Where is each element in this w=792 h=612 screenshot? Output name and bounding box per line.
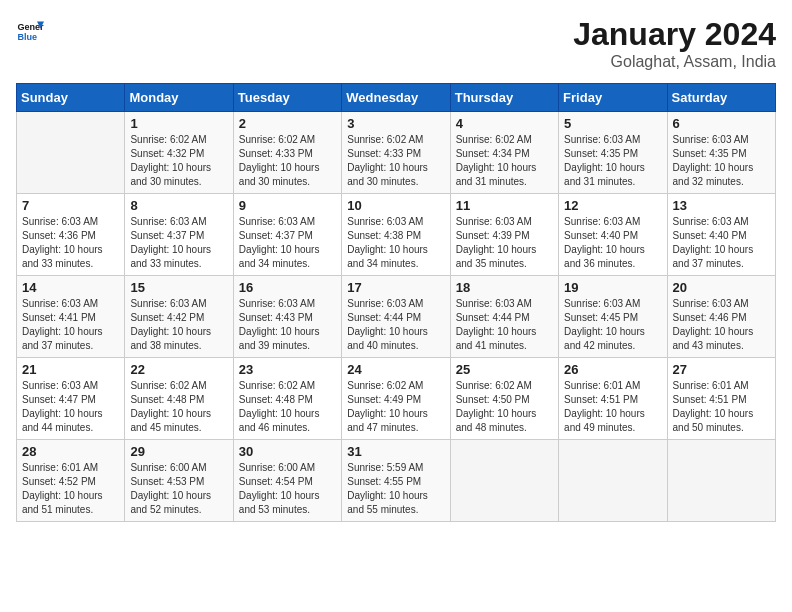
day-info: Sunrise: 6:01 AM Sunset: 4:51 PM Dayligh… [564,379,661,435]
header-tuesday: Tuesday [233,84,341,112]
day-number: 11 [456,198,553,213]
calendar-day: 11Sunrise: 6:03 AM Sunset: 4:39 PM Dayli… [450,194,558,276]
day-info: Sunrise: 6:03 AM Sunset: 4:35 PM Dayligh… [673,133,770,189]
day-number: 31 [347,444,444,459]
calendar-day [667,440,775,522]
day-number: 6 [673,116,770,131]
calendar-title: January 2024 [573,16,776,53]
calendar-subtitle: Golaghat, Assam, India [573,53,776,71]
calendar-day: 4Sunrise: 6:02 AM Sunset: 4:34 PM Daylig… [450,112,558,194]
day-number: 24 [347,362,444,377]
calendar-day: 21Sunrise: 6:03 AM Sunset: 4:47 PM Dayli… [17,358,125,440]
calendar-body: 1Sunrise: 6:02 AM Sunset: 4:32 PM Daylig… [17,112,776,522]
day-info: Sunrise: 6:03 AM Sunset: 4:44 PM Dayligh… [347,297,444,353]
day-info: Sunrise: 6:02 AM Sunset: 4:34 PM Dayligh… [456,133,553,189]
day-info: Sunrise: 6:03 AM Sunset: 4:40 PM Dayligh… [564,215,661,271]
day-info: Sunrise: 6:02 AM Sunset: 4:48 PM Dayligh… [130,379,227,435]
day-number: 12 [564,198,661,213]
day-info: Sunrise: 6:00 AM Sunset: 4:53 PM Dayligh… [130,461,227,517]
day-info: Sunrise: 6:03 AM Sunset: 4:38 PM Dayligh… [347,215,444,271]
calendar-day: 16Sunrise: 6:03 AM Sunset: 4:43 PM Dayli… [233,276,341,358]
calendar-day: 18Sunrise: 6:03 AM Sunset: 4:44 PM Dayli… [450,276,558,358]
day-number: 16 [239,280,336,295]
day-number: 4 [456,116,553,131]
calendar-day: 15Sunrise: 6:03 AM Sunset: 4:42 PM Dayli… [125,276,233,358]
header-saturday: Saturday [667,84,775,112]
calendar-day: 8Sunrise: 6:03 AM Sunset: 4:37 PM Daylig… [125,194,233,276]
calendar-day: 24Sunrise: 6:02 AM Sunset: 4:49 PM Dayli… [342,358,450,440]
calendar-header: Sunday Monday Tuesday Wednesday Thursday… [17,84,776,112]
calendar-table: Sunday Monday Tuesday Wednesday Thursday… [16,83,776,522]
header-monday: Monday [125,84,233,112]
calendar-day: 12Sunrise: 6:03 AM Sunset: 4:40 PM Dayli… [559,194,667,276]
day-number: 14 [22,280,119,295]
header-sunday: Sunday [17,84,125,112]
day-number: 7 [22,198,119,213]
calendar-week-5: 28Sunrise: 6:01 AM Sunset: 4:52 PM Dayli… [17,440,776,522]
day-number: 19 [564,280,661,295]
day-info: Sunrise: 6:03 AM Sunset: 4:41 PM Dayligh… [22,297,119,353]
day-info: Sunrise: 6:01 AM Sunset: 4:52 PM Dayligh… [22,461,119,517]
calendar-day: 17Sunrise: 6:03 AM Sunset: 4:44 PM Dayli… [342,276,450,358]
calendar-day: 7Sunrise: 6:03 AM Sunset: 4:36 PM Daylig… [17,194,125,276]
day-number: 9 [239,198,336,213]
header-friday: Friday [559,84,667,112]
header-wednesday: Wednesday [342,84,450,112]
calendar-day: 26Sunrise: 6:01 AM Sunset: 4:51 PM Dayli… [559,358,667,440]
day-info: Sunrise: 6:03 AM Sunset: 4:44 PM Dayligh… [456,297,553,353]
day-info: Sunrise: 6:03 AM Sunset: 4:36 PM Dayligh… [22,215,119,271]
calendar-day [450,440,558,522]
day-info: Sunrise: 6:03 AM Sunset: 4:45 PM Dayligh… [564,297,661,353]
svg-text:Blue: Blue [17,32,37,42]
day-number: 25 [456,362,553,377]
day-info: Sunrise: 6:03 AM Sunset: 4:39 PM Dayligh… [456,215,553,271]
day-number: 17 [347,280,444,295]
day-number: 22 [130,362,227,377]
calendar-day: 25Sunrise: 6:02 AM Sunset: 4:50 PM Dayli… [450,358,558,440]
calendar-day: 30Sunrise: 6:00 AM Sunset: 4:54 PM Dayli… [233,440,341,522]
header-thursday: Thursday [450,84,558,112]
day-info: Sunrise: 6:01 AM Sunset: 4:51 PM Dayligh… [673,379,770,435]
calendar-day: 2Sunrise: 6:02 AM Sunset: 4:33 PM Daylig… [233,112,341,194]
logo: General Blue General Blue [16,16,44,44]
calendar-day: 20Sunrise: 6:03 AM Sunset: 4:46 PM Dayli… [667,276,775,358]
day-number: 23 [239,362,336,377]
day-info: Sunrise: 6:02 AM Sunset: 4:33 PM Dayligh… [347,133,444,189]
calendar-week-3: 14Sunrise: 6:03 AM Sunset: 4:41 PM Dayli… [17,276,776,358]
day-number: 28 [22,444,119,459]
calendar-day: 3Sunrise: 6:02 AM Sunset: 4:33 PM Daylig… [342,112,450,194]
day-number: 15 [130,280,227,295]
calendar-day: 9Sunrise: 6:03 AM Sunset: 4:37 PM Daylig… [233,194,341,276]
title-block: January 2024 Golaghat, Assam, India [573,16,776,71]
day-number: 26 [564,362,661,377]
day-info: Sunrise: 6:03 AM Sunset: 4:47 PM Dayligh… [22,379,119,435]
day-info: Sunrise: 6:02 AM Sunset: 4:48 PM Dayligh… [239,379,336,435]
day-number: 18 [456,280,553,295]
calendar-day: 5Sunrise: 6:03 AM Sunset: 4:35 PM Daylig… [559,112,667,194]
day-number: 20 [673,280,770,295]
header-row: Sunday Monday Tuesday Wednesday Thursday… [17,84,776,112]
day-number: 8 [130,198,227,213]
day-number: 29 [130,444,227,459]
calendar-day: 23Sunrise: 6:02 AM Sunset: 4:48 PM Dayli… [233,358,341,440]
calendar-week-4: 21Sunrise: 6:03 AM Sunset: 4:47 PM Dayli… [17,358,776,440]
logo-icon: General Blue [16,16,44,44]
calendar-week-2: 7Sunrise: 6:03 AM Sunset: 4:36 PM Daylig… [17,194,776,276]
day-number: 13 [673,198,770,213]
day-info: Sunrise: 6:03 AM Sunset: 4:40 PM Dayligh… [673,215,770,271]
day-info: Sunrise: 6:03 AM Sunset: 4:46 PM Dayligh… [673,297,770,353]
day-info: Sunrise: 6:03 AM Sunset: 4:35 PM Dayligh… [564,133,661,189]
calendar-week-1: 1Sunrise: 6:02 AM Sunset: 4:32 PM Daylig… [17,112,776,194]
calendar-day: 6Sunrise: 6:03 AM Sunset: 4:35 PM Daylig… [667,112,775,194]
day-info: Sunrise: 5:59 AM Sunset: 4:55 PM Dayligh… [347,461,444,517]
calendar-day: 31Sunrise: 5:59 AM Sunset: 4:55 PM Dayli… [342,440,450,522]
day-number: 30 [239,444,336,459]
page-header: General Blue General Blue January 2024 G… [16,16,776,71]
day-number: 3 [347,116,444,131]
day-number: 2 [239,116,336,131]
day-info: Sunrise: 6:02 AM Sunset: 4:33 PM Dayligh… [239,133,336,189]
calendar-day: 1Sunrise: 6:02 AM Sunset: 4:32 PM Daylig… [125,112,233,194]
calendar-day [17,112,125,194]
calendar-day: 10Sunrise: 6:03 AM Sunset: 4:38 PM Dayli… [342,194,450,276]
day-info: Sunrise: 6:02 AM Sunset: 4:32 PM Dayligh… [130,133,227,189]
